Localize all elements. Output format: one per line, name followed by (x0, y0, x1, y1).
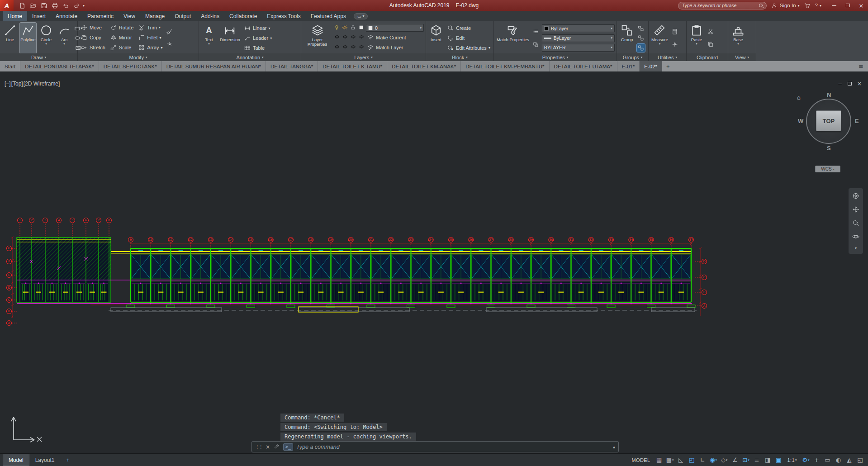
close-button[interactable]: × (854, 0, 868, 11)
file-tab-detail-toilet-km-anak[interactable]: DETAIL TOILET KM-ANAK* (387, 61, 461, 71)
layer-thaw-button[interactable] (342, 24, 348, 31)
grid-display-toggle[interactable]: ▦ (654, 455, 664, 465)
viewcube-top-face[interactable]: TOP (816, 110, 841, 131)
ribbon-tab-collaborate[interactable]: Collaborate (224, 11, 262, 21)
help-button[interactable]: ? ▾ (815, 3, 821, 8)
dimension-button[interactable]: Dimension (219, 23, 241, 53)
ungroup-button[interactable] (637, 24, 645, 33)
layer-merge-button[interactable] (350, 44, 356, 51)
match-properties-button[interactable]: Match Properties (496, 23, 530, 53)
lineweight-toggle[interactable]: ≡ (752, 455, 762, 465)
file-tab-detail-sumur-resapan-air-hujan[interactable]: DETAIL SUMUR RESAPAN AIR HUJAN* (162, 61, 266, 71)
drawing-area[interactable]: 1234567891011121314151617181920212223242… (0, 71, 868, 453)
command-input[interactable]: Type a command (296, 444, 340, 450)
base-button[interactable]: Base▾ (730, 23, 746, 53)
arc-button[interactable]: Arc▾ (56, 23, 72, 53)
viewport-style-button[interactable]: [2D Wireframe] (24, 81, 60, 87)
viewport-view-button[interactable]: [Top] (11, 81, 23, 87)
explode-button[interactable] (166, 40, 174, 48)
pan-button[interactable] (852, 205, 860, 214)
sign-in-button[interactable]: Sign In ▾ (771, 2, 800, 9)
fillet-button[interactable]: Fillet▾ (137, 33, 163, 42)
linetype-dropdown[interactable]: BYLAYER▾ (542, 44, 615, 52)
redo-button[interactable] (72, 1, 81, 10)
doc-close-icon[interactable]: × (857, 81, 862, 87)
make-current-button[interactable]: Make Current (366, 33, 407, 42)
edit-button[interactable]: Edit (446, 34, 491, 43)
selection-cycling-toggle[interactable]: ▣ (773, 455, 784, 465)
erase-button[interactable] (166, 28, 174, 36)
customize-icon[interactable] (273, 443, 280, 450)
properties-list-button[interactable] (532, 28, 540, 36)
recent-commands-icon[interactable]: ▴ (613, 444, 615, 449)
object-snap-tracking-toggle[interactable]: ∠ (730, 455, 740, 465)
ribbon-display-toggle[interactable]: ▭▾ (354, 13, 368, 19)
file-tab-e-01[interactable]: E-01* (617, 61, 640, 71)
new-drawing-button[interactable]: + (662, 61, 674, 71)
ribbon-tab-annotate[interactable]: Annotate (51, 11, 82, 21)
copy-clip-button[interactable] (707, 40, 715, 48)
table-button[interactable]: Table (243, 43, 273, 52)
transparency-button[interactable] (532, 40, 540, 48)
ortho-mode-toggle[interactable]: ∟ (697, 455, 708, 465)
file-tab-detail-tangga[interactable]: DETAIL TANGGA* (266, 61, 318, 71)
autocad-logo-icon[interactable]: A (0, 0, 14, 11)
viewcube[interactable]: ⌂ N W E S TOP (797, 90, 860, 154)
panel-label-groups[interactable]: Groups▾ (617, 53, 648, 61)
layout1-tab[interactable]: Layout1 (29, 454, 61, 466)
array-button[interactable]: Array▾ (137, 43, 163, 52)
ribbon-tab-home[interactable]: Home (3, 11, 27, 21)
measure-button[interactable]: Measure▾ (650, 23, 669, 53)
stretch-button[interactable]: Stretch (80, 43, 106, 52)
group-selection-button[interactable] (637, 44, 645, 52)
lineweight-dropdown[interactable]: ByLayer▾ (542, 34, 615, 42)
wcs-dropdown[interactable]: WCS ▾ (815, 166, 840, 172)
file-tab-menu-icon[interactable]: ≡ (854, 61, 868, 71)
file-tab-start[interactable]: Start (0, 61, 20, 71)
zoom-button[interactable] (852, 219, 860, 227)
move-button[interactable]: Move (80, 23, 106, 32)
cut-button[interactable] (707, 28, 715, 36)
ribbon-tab-manage[interactable]: Manage (140, 11, 170, 21)
viewcube-west[interactable]: W (798, 118, 803, 124)
ribbon-tab-featured-apps[interactable]: Featured Apps (306, 11, 351, 21)
layer-on-button[interactable] (333, 24, 340, 31)
ribbon-tab-parametric[interactable]: Parametric (82, 11, 119, 21)
save-button[interactable] (39, 1, 49, 10)
doc-restore-icon[interactable] (848, 82, 852, 86)
file-tab-detail-toilet-utama[interactable]: DETAIL TOILET UTAMA* (550, 61, 617, 71)
quick-properties-toggle[interactable]: ▭ (822, 455, 833, 465)
viewcube-south[interactable]: S (827, 145, 831, 152)
annotation-monitor-toggle[interactable]: + (811, 455, 822, 465)
insert-button[interactable]: Insert (428, 23, 444, 53)
group-edit-button[interactable] (637, 34, 645, 42)
panel-label-draw[interactable]: Draw▾ (0, 53, 77, 61)
add-layout-button[interactable]: + (60, 454, 75, 466)
command-bar[interactable]: ⋮⋮ × >_ Type a command ▴ (251, 441, 619, 452)
layer-delete-button[interactable] (358, 44, 365, 51)
annotation-scale-toggle[interactable]: 1:1▾ (784, 455, 800, 465)
match-layer-button[interactable]: Match Layer (366, 43, 404, 52)
clean-screen-toggle[interactable]: ◱ (855, 455, 865, 465)
panel-label-modify[interactable]: Modify▾ (78, 53, 199, 61)
infer-constraints-toggle[interactable]: ◺ (676, 455, 686, 465)
circle-button[interactable]: Circle▾ (38, 23, 54, 53)
ribbon-tab-express-tools[interactable]: Express Tools (262, 11, 305, 21)
model-tab[interactable]: Model (3, 454, 29, 466)
object-snap-toggle[interactable]: ⊡▾ (741, 455, 751, 465)
isometric-drafting-toggle[interactable]: ◇▾ (719, 455, 730, 465)
steering-wheel-button[interactable] (852, 192, 860, 200)
isolate-objects-toggle[interactable]: ◐ (833, 455, 844, 465)
orbit-button[interactable] (852, 233, 860, 241)
model-space-toggle-toggle[interactable]: MODEL (628, 455, 653, 465)
viewcube-east[interactable]: E (855, 118, 859, 124)
viewcube-north[interactable]: N (827, 91, 831, 98)
layer-dropdown[interactable]: 0▾ (366, 24, 424, 32)
layer-unlock-button[interactable] (342, 44, 348, 51)
id-point-button[interactable] (671, 40, 679, 48)
copy-button[interactable]: Copy (80, 33, 106, 42)
layer-properties-button[interactable]: Layer Properties (303, 23, 332, 53)
layer-isolate-button[interactable] (342, 34, 348, 41)
line-button[interactable]: Line (2, 23, 18, 53)
graphics-performance-toggle[interactable]: ◭ (844, 455, 854, 465)
